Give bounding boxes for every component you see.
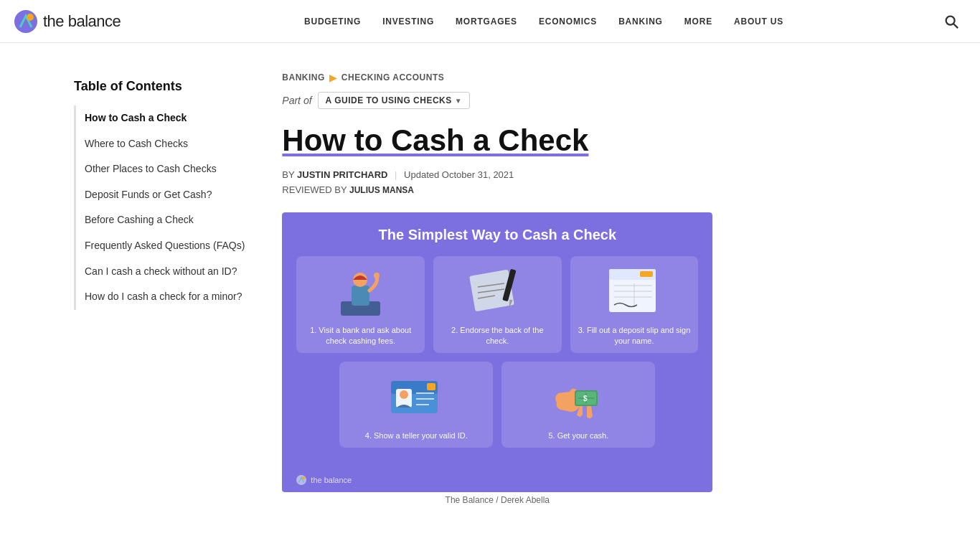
- id-card-icon: [387, 370, 445, 424]
- check-pen-icon: [465, 265, 529, 319]
- hero-step-3-text: 3. Fill out a deposit slip and sign your…: [578, 325, 692, 346]
- breadcrumb: BANKING ▶ CHECKING ACCOUNTS: [282, 72, 906, 83]
- hero-step-5-icon: $: [509, 369, 648, 426]
- image-caption: The Balance / Derek Abella: [282, 495, 712, 505]
- nav-about-us[interactable]: ABOUT US: [724, 11, 793, 32]
- cash-hands-icon: $: [550, 370, 607, 424]
- svg-rect-28: [427, 383, 435, 390]
- hero-step-4: 4. Show a teller your valid ID.: [339, 362, 493, 448]
- updated-date: Updated October 31, 2021: [404, 169, 514, 180]
- breadcrumb-arrow: ▶: [329, 72, 337, 83]
- toc-item-7: How do I cash a check for a minor?: [76, 284, 253, 310]
- toc-item-6: Can I cash a check without an ID?: [76, 259, 253, 285]
- hero-step-3-icon: [578, 263, 692, 321]
- toc-link-2[interactable]: Other Places to Cash Checks: [74, 156, 253, 182]
- nav-investing[interactable]: INVESTING: [372, 11, 444, 32]
- sidebar: Table of Contents How to Cash a Check Wh…: [74, 72, 253, 511]
- toc-list: How to Cash a Check Where to Cash Checks…: [74, 105, 253, 310]
- hero-step-4-icon: [347, 369, 486, 426]
- toc-title: Table of Contents: [74, 79, 253, 94]
- hero-step-1-text: 1. Visit a bank and ask about check cash…: [303, 325, 418, 346]
- reviewed-line: REVIEWED BY JULIUS MANSA: [282, 184, 906, 195]
- hero-step-1-icon: [303, 263, 418, 321]
- author-separator: |: [395, 169, 397, 180]
- author-link[interactable]: JUSTIN PRITCHARD: [297, 169, 387, 180]
- author-line: BY JUSTIN PRITCHARD | Updated October 31…: [282, 169, 906, 180]
- svg-point-2: [946, 16, 955, 24]
- toc-item-0: How to Cash a Check: [76, 105, 253, 131]
- hero-image-title: The Simplest Way to Cash a Check: [296, 227, 698, 243]
- toc-item-4: Before Cashing a Check: [76, 207, 253, 233]
- toc-link-7[interactable]: How do I cash a check for a minor?: [74, 284, 253, 310]
- hero-steps-row2: 4. Show a teller your valid ID.: [296, 362, 698, 448]
- svg-rect-16: [640, 271, 653, 277]
- logo-icon: [14, 10, 37, 33]
- bank-person-icon: [337, 265, 384, 319]
- nav-banking[interactable]: BANKING: [608, 11, 673, 32]
- series-badge-label: A GUIDE TO USING CHECKS: [326, 95, 452, 105]
- breadcrumb-parent[interactable]: BANKING: [282, 72, 325, 83]
- toc-link-0[interactable]: How to Cash a Check: [74, 105, 253, 131]
- svg-point-1: [27, 14, 34, 21]
- hero-steps-row1: 1. Visit a bank and ask about check cash…: [296, 256, 698, 353]
- hero-step-4-text: 4. Show a teller your valid ID.: [347, 430, 486, 441]
- hero-step-2-text: 2. Endorse the back of the check.: [440, 325, 555, 346]
- hero-step-5-text: 5. Get your cash.: [509, 430, 648, 441]
- svg-line-3: [953, 24, 958, 28]
- hero-step-3: 3. Fill out a deposit slip and sign your…: [570, 256, 699, 353]
- toc-item-5: Frequently Asked Questions (FAQs): [76, 233, 253, 259]
- site-header: the balance BUDGETING INVESTING MORTGAGE…: [0, 0, 980, 43]
- series-badge[interactable]: A GUIDE TO USING CHECKS ▼: [318, 92, 471, 109]
- toc-item-2: Other Places to Cash Checks: [76, 156, 253, 182]
- series-chevron-icon: ▼: [455, 97, 462, 105]
- toc-item-1: Where to Cash Checks: [76, 131, 253, 157]
- svg-point-24: [400, 390, 408, 399]
- part-of-label: Part of: [282, 95, 311, 106]
- reviewer-link[interactable]: JULIUS MANSA: [349, 185, 414, 195]
- nav-economics[interactable]: ECONOMICS: [529, 11, 607, 32]
- reviewed-by-label: REVIEWED BY: [282, 184, 347, 195]
- toc-item-3: Deposit Funds or Get Cash?: [76, 182, 253, 208]
- main-nav: BUDGETING INVESTING MORTGAGES ECONOMICS …: [158, 11, 930, 32]
- toc-link-4[interactable]: Before Cashing a Check: [74, 207, 253, 233]
- deposit-slip-icon: [606, 265, 663, 319]
- hero-step-5: $ 5. Get your cash.: [501, 362, 655, 448]
- nav-mortgages[interactable]: MORTGAGES: [446, 11, 527, 32]
- part-of-series: Part of A GUIDE TO USING CHECKS ▼: [282, 92, 906, 109]
- hero-step-2-icon: [440, 263, 555, 321]
- logo-text: the balance: [43, 12, 121, 31]
- svg-text:$: $: [583, 395, 588, 402]
- toc-link-6[interactable]: Can I cash a check without an ID?: [74, 259, 253, 285]
- toc-link-5[interactable]: Frequently Asked Questions (FAQs): [74, 233, 253, 259]
- svg-point-7: [374, 273, 380, 278]
- breadcrumb-current: CHECKING ACCOUNTS: [341, 72, 444, 83]
- svg-point-35: [302, 476, 305, 479]
- hero-image-container: The Simplest Way to Cash a Check: [282, 212, 712, 505]
- toc-link-1[interactable]: Where to Cash Checks: [74, 131, 253, 157]
- page-wrapper: Table of Contents How to Cash a Check Wh…: [60, 43, 920, 540]
- hero-logo-text: the balance: [311, 476, 352, 484]
- hero-logo-icon: [296, 475, 306, 485]
- search-button[interactable]: [937, 7, 966, 36]
- main-content: BANKING ▶ CHECKING ACCOUNTS Part of A GU…: [282, 72, 906, 511]
- svg-rect-5: [352, 286, 369, 306]
- nav-more[interactable]: MORE: [674, 11, 722, 32]
- nav-budgeting[interactable]: BUDGETING: [294, 11, 371, 32]
- search-icon: [943, 14, 959, 29]
- content-area: Table of Contents How to Cash a Check Wh…: [74, 72, 906, 511]
- hero-logo-bar: the balance: [296, 475, 352, 485]
- toc-link-3[interactable]: Deposit Funds or Get Cash?: [74, 182, 253, 208]
- site-logo[interactable]: the balance: [14, 10, 158, 33]
- hero-image: The Simplest Way to Cash a Check: [282, 212, 712, 492]
- hero-step-1: 1. Visit a bank and ask about check cash…: [296, 256, 425, 353]
- hero-step-2: 2. Endorse the back of the check.: [433, 256, 562, 353]
- article-title: How to Cash a Check: [282, 123, 906, 158]
